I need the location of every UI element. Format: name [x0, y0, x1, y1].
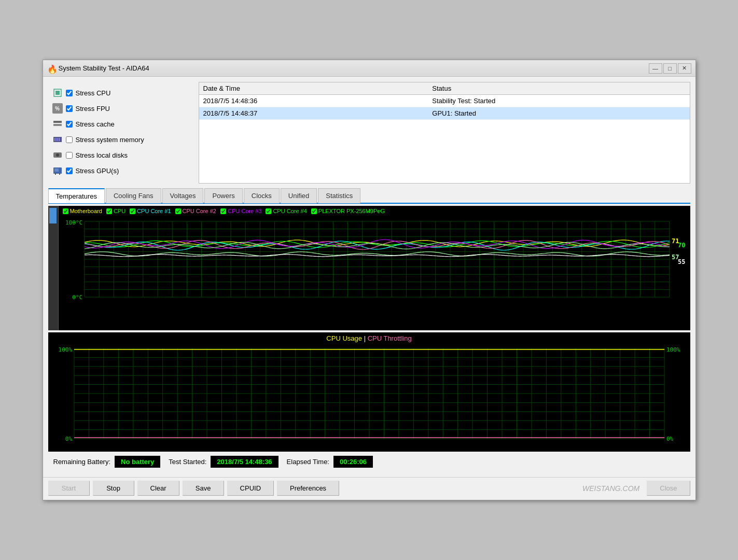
stress-fpu-label: Stress FPU — [76, 105, 110, 113]
scroll-thumb — [49, 208, 57, 223]
elapsed-value: 00:26:06 — [333, 456, 373, 468]
col-status: Status — [428, 82, 689, 95]
legend-core4-text: CPU Core #4 — [273, 208, 307, 214]
app-icon: 🔥 — [47, 64, 55, 73]
legend-cpu-cb[interactable] — [106, 208, 112, 214]
legend-motherboard: Motherboard — [63, 208, 102, 214]
stress-memory-label: Stress system memory — [76, 136, 144, 144]
window-controls: — □ ✕ — [649, 63, 691, 74]
stop-button[interactable]: Stop — [93, 481, 134, 496]
tab-temperatures[interactable]: Temperatures — [48, 188, 105, 203]
stress-cache-label: Stress cache — [76, 120, 115, 128]
temp-chart-canvas-container — [59, 216, 690, 330]
legend-core3-cb[interactable] — [220, 208, 226, 214]
log-datetime-1: 2018/7/5 14:48:36 — [199, 95, 428, 107]
cpu-icon — [52, 88, 63, 98]
legend-core1-cb[interactable] — [130, 208, 135, 214]
cpu-usage-title: CPU Usage — [326, 334, 362, 342]
memory-icon — [52, 134, 63, 145]
log-data-table: Date & Time Status 2018/7/5 14:48:36 Sta… — [199, 82, 690, 120]
tab-clocks[interactable]: Clocks — [244, 188, 280, 203]
status-bar: Remaining Battery: No battery Test Start… — [48, 452, 690, 472]
stress-memory-checkbox[interactable] — [66, 136, 73, 143]
legend-core4: CPU Core #4 — [266, 208, 307, 214]
svg-rect-6 — [57, 138, 58, 141]
legend-cpu-text: CPU — [114, 208, 126, 214]
cache-icon — [52, 119, 63, 129]
legend-core1: CPU Core #1 — [130, 208, 171, 214]
cpuid-button[interactable]: CPUID — [227, 481, 274, 496]
col-datetime: Date & Time — [199, 82, 428, 95]
stress-gpu-label: Stress GPU(s) — [76, 167, 119, 175]
stress-disks-option: Stress local disks — [52, 148, 189, 162]
preferences-button[interactable]: Preferences — [277, 481, 339, 496]
stress-disks-checkbox[interactable] — [66, 152, 73, 159]
fpu-icon: % — [52, 103, 63, 114]
stress-cpu-checkbox[interactable] — [66, 90, 73, 96]
legend-plextor-cb[interactable] — [311, 208, 317, 214]
legend-core2-cb[interactable] — [175, 208, 181, 214]
tabs-container: Temperatures Cooling Fans Voltages Power… — [48, 188, 690, 204]
watermark: WEISTANG.COM — [582, 484, 642, 493]
cpu-throttling-title: CPU Throttling — [368, 334, 412, 342]
log-table: Date & Time Status 2018/7/5 14:48:36 Sta… — [199, 82, 690, 184]
stress-cpu-option: Stress CPU — [52, 86, 189, 100]
minimize-button[interactable]: — — [649, 63, 662, 74]
tab-powers[interactable]: Powers — [204, 188, 242, 203]
legend-motherboard-text: Motherboard — [70, 208, 102, 214]
legend-core1-text: CPU Core #1 — [137, 208, 171, 214]
gpu-icon — [52, 165, 63, 176]
button-bar: Start Stop Clear Save CPUID Preferences … — [43, 477, 695, 500]
tab-voltages[interactable]: Voltages — [162, 188, 204, 203]
temperature-chart: Motherboard CPU CPU Core #1 CPU Cor — [59, 206, 690, 330]
main-window: 🔥 System Stability Test - AIDA64 — □ ✕ S… — [43, 60, 696, 500]
legend-core3: CPU Core #3 — [220, 208, 261, 214]
table-row: 2018/7/5 14:48:37 GPU1: Started — [199, 107, 690, 120]
stress-fpu-checkbox[interactable] — [66, 105, 73, 112]
legend-core4-cb[interactable] — [266, 208, 271, 214]
close-button[interactable]: Close — [647, 481, 690, 496]
chart-scrollbar[interactable] — [48, 206, 59, 330]
battery-value: No battery — [115, 456, 160, 468]
svg-rect-12 — [55, 173, 56, 175]
log-status-1: Stability Test: Started — [428, 95, 689, 107]
close-button[interactable]: ✕ — [678, 63, 691, 74]
svg-rect-13 — [59, 173, 60, 175]
stress-disks-label: Stress local disks — [76, 151, 128, 159]
clear-button[interactable]: Clear — [137, 481, 179, 496]
stress-fpu-option: % Stress FPU — [52, 102, 189, 115]
tab-unified[interactable]: Unified — [281, 188, 317, 203]
stress-cache-checkbox[interactable] — [66, 121, 73, 128]
disks-icon — [52, 150, 63, 160]
temp-chart-canvas — [59, 216, 690, 310]
cpu-title-separator: | — [364, 334, 368, 342]
title-bar: 🔥 System Stability Test - AIDA64 — □ ✕ — [43, 60, 695, 77]
cpu-chart-canvas — [48, 344, 690, 451]
stress-cpu-label: Stress CPU — [76, 89, 111, 97]
svg-rect-7 — [59, 138, 60, 141]
tab-bar: Temperatures Cooling Fans Voltages Power… — [48, 188, 690, 204]
test-started-status: Test Started: 2018/7/5 14:48:36 — [169, 456, 278, 468]
tab-cooling-fans[interactable]: Cooling Fans — [106, 188, 161, 203]
stress-gpu-option: Stress GPU(s) — [52, 164, 189, 177]
svg-rect-2 — [53, 121, 62, 123]
content-area: Stress CPU % Stress FPU Stress cache — [43, 77, 695, 477]
save-button[interactable]: Save — [183, 481, 224, 496]
legend-plextor-text: PLEXTOR PX-256M9PeG — [318, 208, 385, 214]
cpu-chart-title: CPU Usage | CPU Throttling — [48, 332, 690, 344]
tab-statistics[interactable]: Statistics — [318, 188, 360, 203]
stress-gpu-checkbox[interactable] — [66, 167, 73, 174]
stress-options-panel: Stress CPU % Stress FPU Stress cache — [48, 82, 193, 184]
battery-status: Remaining Battery: No battery — [53, 456, 161, 468]
temp-chart-section: Motherboard CPU CPU Core #1 CPU Cor — [48, 206, 690, 330]
legend-cpu: CPU — [106, 208, 126, 214]
stress-memory-option: Stress system memory — [52, 133, 189, 146]
temp-chart-main: Motherboard CPU CPU Core #1 CPU Cor — [59, 206, 690, 330]
stress-cache-option: Stress cache — [52, 117, 189, 131]
top-section: Stress CPU % Stress FPU Stress cache — [48, 82, 690, 184]
legend-core2: CPU Core #2 — [175, 208, 216, 214]
log-status-2: GPU1: Started — [428, 107, 689, 120]
maximize-button[interactable]: □ — [663, 63, 677, 74]
legend-motherboard-cb[interactable] — [63, 208, 68, 214]
start-button[interactable]: Start — [48, 481, 90, 496]
